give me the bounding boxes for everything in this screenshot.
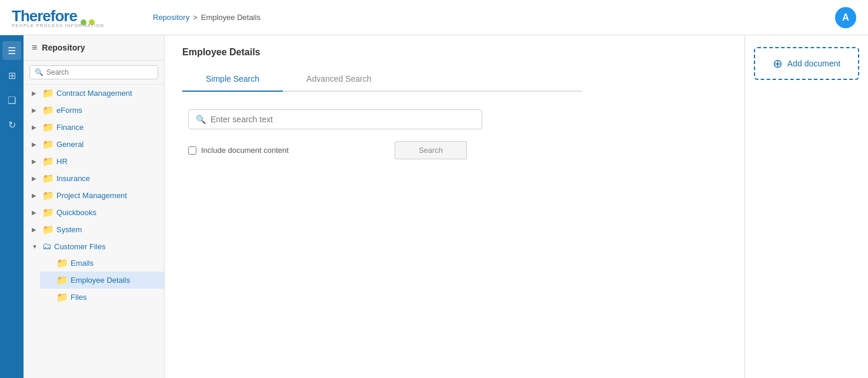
layers-icon[interactable]: ❑	[2, 91, 21, 109]
breadcrumb-separator: >	[193, 13, 198, 22]
expander-icon: ▶	[32, 124, 40, 131]
user-avatar[interactable]: A	[835, 7, 856, 28]
folder-icon: 📁	[42, 224, 54, 235]
sidebar-header-icon: ≡	[32, 42, 37, 53]
logo-area: Therefore PEOPLE PROCESS INFORMATION	[12, 7, 153, 28]
folder-icon: 📁	[42, 105, 54, 116]
expander-icon: ▶	[32, 192, 40, 199]
add-document-button[interactable]: ⊕ Add document	[754, 47, 859, 80]
include-label-text: Include document content	[201, 146, 289, 155]
sidebar: ≡ Repository 🔍 ▶ 📁 Contract Management ▶…	[24, 35, 165, 378]
sidebar-item-label: General	[56, 140, 158, 149]
sidebar-item-contract-management[interactable]: ▶ 📁 Contract Management	[24, 85, 164, 102]
refresh-icon[interactable]: ↻	[2, 115, 21, 134]
include-document-content-checkbox[interactable]	[188, 146, 196, 155]
sidebar-item-quickbooks[interactable]: ▶ 📁 Quickbooks	[24, 204, 164, 221]
breadcrumb-root[interactable]: Repository	[153, 13, 189, 22]
folder-icon: 📁	[42, 207, 54, 218]
tab-simple-search[interactable]: Simple Search	[182, 67, 283, 92]
app-header: Therefore PEOPLE PROCESS INFORMATION Rep…	[0, 0, 868, 35]
folder-icon: 🗂	[42, 241, 52, 252]
sidebar-title: Repository	[42, 43, 85, 52]
sidebar-item-label: Files	[71, 293, 158, 302]
sidebar-item-eforms[interactable]: ▶ 📁 eForms	[24, 102, 164, 119]
sidebar-item-insurance[interactable]: ▶ 📁 Insurance	[24, 170, 164, 187]
sidebar-item-label: Emails	[71, 259, 158, 267]
main-layout: ☰ ⊞ ❑ ↻ ≡ Repository 🔍 ▶ 📁 Contract Mana…	[0, 35, 868, 378]
search-controls: Include document content Search	[188, 141, 494, 159]
add-doc-label: Add document	[787, 59, 840, 68]
add-icon: ⊕	[773, 56, 783, 71]
tab-advanced-search[interactable]: Advanced Search	[283, 67, 395, 92]
sidebar-search-wrap: 🔍	[29, 65, 158, 79]
icon-rail: ☰ ⊞ ❑ ↻	[0, 35, 24, 378]
expander-icon: ▶	[32, 107, 40, 113]
sidebar-item-label: Finance	[56, 123, 158, 132]
expander-icon: ▶	[32, 141, 40, 148]
content-area: Employee Details Simple Search Advanced …	[165, 35, 745, 378]
sidebar-item-project-management[interactable]: ▶ 📁 Project Management	[24, 187, 164, 204]
sidebar-item-general[interactable]: ▶ 📁 General	[24, 136, 164, 153]
search-panel: 🔍 Include document content Search	[188, 109, 494, 159]
folder-icon: 📁	[42, 173, 54, 184]
sidebar-item-label: eForms	[56, 106, 158, 115]
tabs: Simple Search Advanced Search	[182, 67, 582, 92]
expander-icon: ▼	[32, 243, 40, 250]
search-button[interactable]: Search	[395, 141, 467, 159]
sidebar-item-label: Quickbooks	[56, 208, 158, 217]
sidebar-item-label: Customer Files	[54, 242, 158, 251]
sidebar-header: ≡ Repository	[24, 35, 164, 61]
breadcrumb-current: Employee Details	[201, 13, 261, 22]
expander-icon: ▶	[32, 90, 40, 96]
sidebar-search-input[interactable]	[46, 68, 153, 76]
sidebar-item-label: Employee Details	[71, 276, 158, 285]
sidebar-item-system[interactable]: ▶ 📁 System	[24, 221, 164, 238]
right-panel: ⊕ Add document	[745, 35, 868, 378]
folder-icon: 📁	[42, 88, 54, 99]
folder-icon: 📁	[42, 122, 54, 133]
sidebar-item-emails[interactable]: 📁 Emails	[40, 255, 164, 272]
search-input[interactable]	[211, 115, 475, 124]
menu-icon[interactable]: ☰	[2, 41, 21, 60]
grid-icon[interactable]: ⊞	[2, 66, 21, 85]
sidebar-item-hr[interactable]: ▶ 📁 HR	[24, 153, 164, 170]
sidebar-item-label: HR	[56, 157, 158, 166]
customer-files-children: 📁 Emails 📁 Employee Details 📁 Files	[24, 255, 164, 306]
sidebar-search-icon: 🔍	[35, 68, 44, 76]
folder-icon: 📁	[56, 292, 68, 303]
page-title: Employee Details	[182, 47, 727, 58]
folder-icon: 📁	[56, 275, 68, 286]
expander-icon: ▶	[32, 226, 40, 233]
search-icon: 🔍	[196, 115, 206, 124]
folder-icon: 📁	[42, 190, 54, 201]
expander-icon: ▶	[32, 175, 40, 182]
sidebar-search-area: 🔍	[24, 61, 164, 85]
sidebar-item-employee-details[interactable]: 📁 Employee Details	[40, 272, 164, 289]
expander-icon: ▶	[32, 209, 40, 216]
include-document-content-label[interactable]: Include document content	[188, 146, 289, 155]
folder-icon: 📁	[42, 139, 54, 150]
sidebar-item-label: System	[56, 225, 158, 234]
sidebar-tree: ▶ 📁 Contract Management ▶ 📁 eForms ▶ 📁 F…	[24, 85, 164, 306]
expander-icon: ▶	[32, 158, 40, 165]
sidebar-item-label: Project Management	[56, 191, 158, 200]
search-box: 🔍	[188, 109, 482, 129]
sidebar-item-customer-files[interactable]: ▼ 🗂 Customer Files	[24, 238, 164, 255]
logo-subtitle: PEOPLE PROCESS INFORMATION	[12, 23, 104, 28]
folder-icon: 📁	[42, 156, 54, 167]
sidebar-item-label: Contract Management	[56, 89, 158, 98]
sidebar-item-finance[interactable]: ▶ 📁 Finance	[24, 119, 164, 136]
folder-icon: 📁	[56, 257, 68, 269]
sidebar-item-label: Insurance	[56, 174, 158, 183]
sidebar-item-files[interactable]: 📁 Files	[40, 289, 164, 306]
breadcrumb: Repository > Employee Details	[153, 13, 261, 22]
